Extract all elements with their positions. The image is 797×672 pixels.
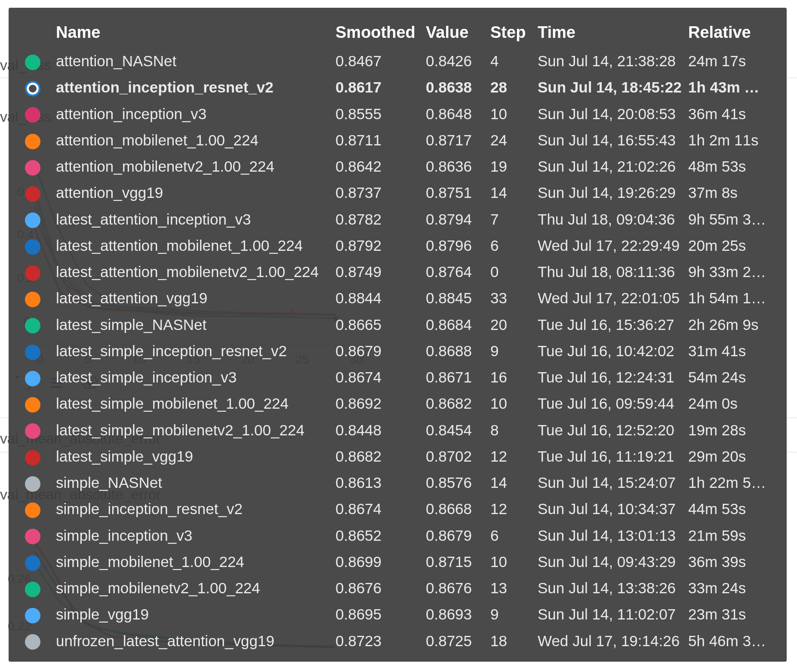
cell-smoothed: 0.8749 xyxy=(335,259,426,285)
table-row[interactable]: simple_vgg190.86950.86939Sun Jul 14, 11:… xyxy=(25,601,770,627)
table-row[interactable]: unfrozen_latest_attention_vgg190.87230.8… xyxy=(25,628,770,654)
table-header-row: Name Smoothed Value Step Time Relative xyxy=(25,23,770,48)
table-row[interactable]: attention_vgg190.87370.875114Sun Jul 14,… xyxy=(25,179,770,206)
cell-step: 12 xyxy=(490,496,538,522)
cell-value: 0.8693 xyxy=(426,601,490,627)
table-row[interactable]: latest_simple_inception_resnet_v20.86790… xyxy=(25,338,770,364)
run-color-swatch[interactable] xyxy=(25,634,40,650)
table-row[interactable]: simple_mobilenetv2_1.00_2240.86760.86761… xyxy=(25,575,770,601)
run-color-swatch[interactable] xyxy=(25,502,40,518)
cell-value: 0.8668 xyxy=(426,496,490,522)
table-row[interactable]: latest_simple_inception_v30.86740.867116… xyxy=(25,364,770,390)
run-color-swatch[interactable] xyxy=(25,134,40,149)
col-header-smoothed[interactable]: Smoothed xyxy=(335,23,426,48)
table-row[interactable]: attention_inception_v30.85550.864810Sun … xyxy=(25,101,770,127)
cell-step: 9 xyxy=(490,338,538,364)
run-color-swatch[interactable] xyxy=(25,397,40,413)
run-color-swatch[interactable] xyxy=(25,476,40,492)
cell-name: attention_mobilenetv2_1.00_224 xyxy=(56,153,335,179)
run-color-swatch[interactable] xyxy=(25,423,40,439)
col-header-value[interactable]: Value xyxy=(426,23,490,48)
cell-step: 10 xyxy=(490,549,538,575)
table-row[interactable]: simple_inception_resnet_v20.86740.866812… xyxy=(25,496,770,522)
run-color-swatch[interactable] xyxy=(25,371,40,386)
cell-value: 0.8636 xyxy=(426,153,490,179)
cell-name: latest_attention_vgg19 xyxy=(56,285,335,311)
cell-smoothed: 0.8723 xyxy=(335,628,426,654)
cell-relative: 2h 26m 9s xyxy=(688,311,770,338)
table-row[interactable]: attention_mobilenet_1.00_2240.87110.8717… xyxy=(25,127,770,153)
col-header-relative[interactable]: Relative xyxy=(688,23,770,48)
cell-step: 12 xyxy=(490,443,538,469)
run-color-swatch[interactable] xyxy=(25,292,40,307)
run-color-swatch[interactable] xyxy=(25,450,40,465)
cell-smoothed: 0.8665 xyxy=(335,311,426,338)
run-color-swatch[interactable] xyxy=(25,608,40,623)
cell-name: simple_mobilenetv2_1.00_224 xyxy=(56,575,335,601)
cell-relative: 1h 22m 50s xyxy=(688,469,770,496)
table-row[interactable]: latest_simple_NASNet0.86650.868420Tue Ju… xyxy=(25,311,770,338)
cell-smoothed: 0.8676 xyxy=(335,575,426,601)
table-row[interactable]: latest_attention_mobilenetv2_1.00_2240.8… xyxy=(25,259,770,285)
table-row[interactable]: attention_NASNet0.84670.84264Sun Jul 14,… xyxy=(25,48,770,74)
cell-time: Sun Jul 14, 09:43:29 xyxy=(538,549,688,575)
cell-smoothed: 0.8448 xyxy=(335,417,426,443)
cell-smoothed: 0.8682 xyxy=(335,443,426,469)
cell-time: Thu Jul 18, 08:11:36 xyxy=(538,259,688,285)
cell-step: 13 xyxy=(490,575,538,601)
run-color-swatch[interactable] xyxy=(25,318,40,333)
table-row[interactable]: attention_inception_resnet_v20.86170.863… xyxy=(25,74,770,100)
run-color-swatch[interactable] xyxy=(25,55,40,70)
run-color-swatch[interactable] xyxy=(25,239,40,255)
col-header-time[interactable]: Time xyxy=(538,23,688,48)
run-color-swatch[interactable] xyxy=(25,345,40,360)
cell-relative: 37m 8s xyxy=(688,179,770,206)
cell-step: 16 xyxy=(490,364,538,390)
table-row[interactable]: simple_NASNet0.86130.857614Sun Jul 14, 1… xyxy=(25,469,770,496)
col-header-step[interactable]: Step xyxy=(490,23,538,48)
table-row[interactable]: latest_attention_vgg190.88440.884533Wed … xyxy=(25,285,770,311)
run-color-swatch[interactable] xyxy=(25,265,40,281)
cell-step: 0 xyxy=(490,259,538,285)
cell-time: Tue Jul 16, 15:36:27 xyxy=(538,311,688,338)
run-color-swatch[interactable] xyxy=(25,582,40,597)
cell-smoothed: 0.8467 xyxy=(335,48,426,74)
table-row[interactable]: simple_inception_v30.86520.86796Sun Jul … xyxy=(25,522,770,549)
table-row[interactable]: latest_attention_inception_v30.87820.879… xyxy=(25,206,770,232)
cell-step: 14 xyxy=(490,179,538,206)
cell-name: simple_inception_v3 xyxy=(56,522,335,549)
col-header-name[interactable]: Name xyxy=(56,23,335,48)
cell-step: 10 xyxy=(490,390,538,416)
cell-smoothed: 0.8782 xyxy=(335,206,426,232)
cell-relative: 19m 28s xyxy=(688,417,770,443)
cell-value: 0.8426 xyxy=(426,48,490,74)
runs-tooltip-panel: Name Smoothed Value Step Time Relative a… xyxy=(9,8,787,662)
table-row[interactable]: latest_attention_mobilenet_1.00_2240.879… xyxy=(25,232,770,259)
run-color-swatch[interactable] xyxy=(25,160,40,176)
table-row[interactable]: latest_simple_mobilenetv2_1.00_2240.8448… xyxy=(25,417,770,443)
run-color-swatch[interactable] xyxy=(25,107,40,123)
cell-time: Tue Jul 16, 12:24:31 xyxy=(538,364,688,390)
cell-time: Sun Jul 14, 15:24:07 xyxy=(538,469,688,496)
table-row[interactable]: latest_simple_mobilenet_1.00_2240.86920.… xyxy=(25,390,770,416)
run-color-swatch[interactable] xyxy=(25,186,40,202)
table-row[interactable]: attention_mobilenetv2_1.00_2240.86420.86… xyxy=(25,153,770,179)
cell-smoothed: 0.8555 xyxy=(335,101,426,127)
cell-name: latest_simple_vgg19 xyxy=(56,443,335,469)
run-color-swatch[interactable] xyxy=(25,555,40,571)
table-row[interactable]: latest_simple_vgg190.86820.870212Tue Jul… xyxy=(25,443,770,469)
cell-smoothed: 0.8699 xyxy=(335,549,426,575)
run-color-swatch[interactable] xyxy=(25,529,40,544)
cell-relative: 36m 39s xyxy=(688,549,770,575)
cell-name: attention_inception_resnet_v2 xyxy=(56,74,335,100)
cell-name: latest_attention_mobilenet_1.00_224 xyxy=(56,232,335,259)
cell-name: latest_attention_inception_v3 xyxy=(56,206,335,232)
cell-name: latest_simple_mobilenet_1.00_224 xyxy=(56,390,335,416)
cell-step: 6 xyxy=(490,232,538,259)
run-color-swatch[interactable] xyxy=(25,213,40,228)
cell-step: 24 xyxy=(490,127,538,153)
cell-smoothed: 0.8792 xyxy=(335,232,426,259)
run-color-swatch[interactable] xyxy=(25,81,40,96)
cell-smoothed: 0.8674 xyxy=(335,496,426,522)
table-row[interactable]: simple_mobilenet_1.00_2240.86990.871510S… xyxy=(25,549,770,575)
